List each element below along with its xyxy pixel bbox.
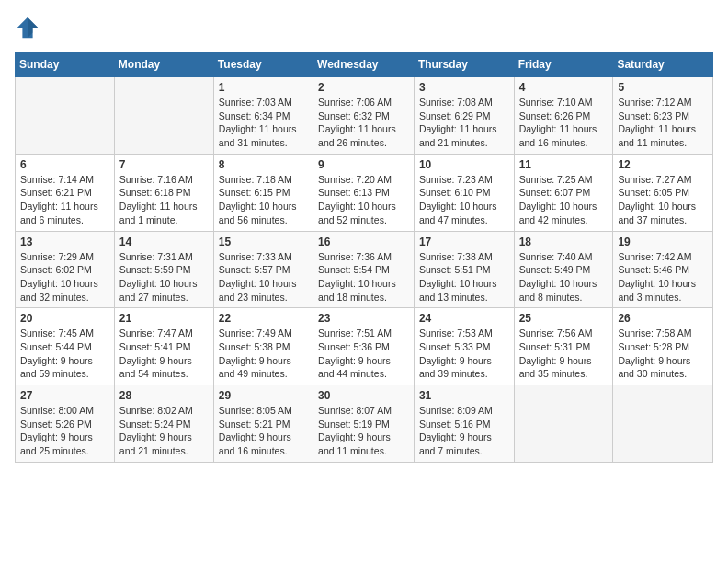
day-detail: Sunrise: 7:16 AMSunset: 6:18 PMDaylight:… (119, 173, 209, 227)
calendar-cell (514, 385, 613, 463)
day-number: 13 (20, 236, 109, 248)
logo (15, 15, 44, 40)
calendar-cell: 30Sunrise: 8:07 AMSunset: 5:19 PMDayligh… (313, 385, 415, 463)
calendar-week-row: 20Sunrise: 7:45 AMSunset: 5:44 PMDayligh… (16, 308, 713, 385)
day-number: 7 (119, 158, 209, 171)
day-detail: Sunrise: 7:06 AMSunset: 6:32 PMDaylight:… (318, 96, 409, 150)
day-number: 28 (119, 389, 209, 402)
calendar-cell: 6Sunrise: 7:14 AMSunset: 6:21 PMDaylight… (16, 154, 115, 231)
calendar-week-row: 13Sunrise: 7:29 AMSunset: 6:02 PMDayligh… (16, 231, 713, 308)
calendar-cell: 14Sunrise: 7:31 AMSunset: 5:59 PMDayligh… (114, 231, 213, 308)
dow-header: Tuesday (213, 52, 313, 77)
day-detail: Sunrise: 7:03 AMSunset: 6:34 PMDaylight:… (219, 96, 308, 150)
day-detail: Sunrise: 7:51 AMSunset: 5:36 PMDaylight:… (318, 327, 409, 381)
day-detail: Sunrise: 7:49 AMSunset: 5:38 PMDaylight:… (219, 327, 308, 381)
day-detail: Sunrise: 7:40 AMSunset: 5:49 PMDaylight:… (519, 250, 609, 304)
day-detail: Sunrise: 7:20 AMSunset: 6:13 PMDaylight:… (318, 173, 409, 227)
day-number: 2 (318, 81, 409, 94)
day-detail: Sunrise: 7:45 AMSunset: 5:44 PMDaylight:… (20, 327, 109, 381)
calendar-cell: 8Sunrise: 7:18 AMSunset: 6:15 PMDaylight… (213, 154, 313, 231)
calendar-cell: 27Sunrise: 8:00 AMSunset: 5:26 PMDayligh… (16, 385, 115, 463)
day-detail: Sunrise: 8:05 AMSunset: 5:21 PMDaylight:… (219, 404, 308, 458)
calendar-cell: 5Sunrise: 7:12 AMSunset: 6:23 PMDaylight… (613, 77, 713, 155)
day-number: 10 (419, 158, 509, 171)
day-number: 17 (419, 236, 509, 248)
day-of-week-row: SundayMondayTuesdayWednesdayThursdayFrid… (16, 52, 713, 77)
day-detail: Sunrise: 8:09 AMSunset: 5:16 PMDaylight:… (419, 404, 509, 458)
day-detail: Sunrise: 7:42 AMSunset: 5:46 PMDaylight:… (618, 250, 708, 304)
day-detail: Sunrise: 7:56 AMSunset: 5:31 PMDaylight:… (519, 327, 609, 381)
calendar-table: SundayMondayTuesdayWednesdayThursdayFrid… (15, 52, 713, 463)
day-detail: Sunrise: 7:53 AMSunset: 5:33 PMDaylight:… (419, 327, 509, 381)
day-number: 3 (419, 81, 509, 94)
calendar-cell: 26Sunrise: 7:58 AMSunset: 5:28 PMDayligh… (613, 308, 713, 385)
day-number: 23 (318, 312, 409, 325)
day-detail: Sunrise: 7:36 AMSunset: 5:54 PMDaylight:… (318, 250, 409, 304)
day-number: 15 (219, 236, 308, 248)
calendar-week-row: 27Sunrise: 8:00 AMSunset: 5:26 PMDayligh… (16, 385, 713, 463)
calendar-cell (613, 385, 713, 463)
calendar-cell: 13Sunrise: 7:29 AMSunset: 6:02 PMDayligh… (16, 231, 115, 308)
calendar-cell: 20Sunrise: 7:45 AMSunset: 5:44 PMDayligh… (16, 308, 115, 385)
day-number: 12 (618, 158, 708, 171)
day-number: 1 (219, 81, 308, 94)
calendar-cell: 23Sunrise: 7:51 AMSunset: 5:36 PMDayligh… (313, 308, 415, 385)
day-detail: Sunrise: 7:29 AMSunset: 6:02 PMDaylight:… (20, 250, 109, 304)
calendar-cell: 25Sunrise: 7:56 AMSunset: 5:31 PMDayligh… (514, 308, 613, 385)
calendar-cell: 12Sunrise: 7:27 AMSunset: 6:05 PMDayligh… (613, 154, 713, 231)
day-number: 31 (419, 389, 509, 402)
day-number: 24 (419, 312, 509, 325)
calendar-cell: 29Sunrise: 8:05 AMSunset: 5:21 PMDayligh… (213, 385, 313, 463)
calendar-cell: 10Sunrise: 7:23 AMSunset: 6:10 PMDayligh… (414, 154, 514, 231)
calendar-week-row: 6Sunrise: 7:14 AMSunset: 6:21 PMDaylight… (16, 154, 713, 231)
calendar-week-row: 1Sunrise: 7:03 AMSunset: 6:34 PMDaylight… (16, 77, 713, 155)
day-detail: Sunrise: 7:47 AMSunset: 5:41 PMDaylight:… (119, 327, 209, 381)
calendar-cell: 19Sunrise: 7:42 AMSunset: 5:46 PMDayligh… (613, 231, 713, 308)
dow-header: Wednesday (313, 52, 415, 77)
day-detail: Sunrise: 7:14 AMSunset: 6:21 PMDaylight:… (20, 173, 109, 227)
day-number: 14 (119, 236, 209, 248)
calendar-cell: 4Sunrise: 7:10 AMSunset: 6:26 PMDaylight… (514, 77, 613, 155)
day-detail: Sunrise: 7:10 AMSunset: 6:26 PMDaylight:… (519, 96, 609, 150)
day-number: 9 (318, 158, 409, 171)
day-number: 27 (20, 389, 109, 402)
day-number: 22 (219, 312, 308, 325)
day-number: 26 (618, 312, 708, 325)
calendar-cell: 16Sunrise: 7:36 AMSunset: 5:54 PMDayligh… (313, 231, 415, 308)
day-detail: Sunrise: 7:33 AMSunset: 5:57 PMDaylight:… (219, 250, 308, 304)
page-header (15, 15, 713, 40)
day-number: 20 (20, 312, 109, 325)
day-number: 25 (519, 312, 609, 325)
day-number: 5 (618, 81, 708, 94)
calendar-cell: 3Sunrise: 7:08 AMSunset: 6:29 PMDaylight… (414, 77, 514, 155)
calendar-cell (16, 77, 115, 155)
calendar-cell: 1Sunrise: 7:03 AMSunset: 6:34 PMDaylight… (213, 77, 313, 155)
calendar-cell: 21Sunrise: 7:47 AMSunset: 5:41 PMDayligh… (114, 308, 213, 385)
calendar-cell: 7Sunrise: 7:16 AMSunset: 6:18 PMDaylight… (114, 154, 213, 231)
calendar-cell: 31Sunrise: 8:09 AMSunset: 5:16 PMDayligh… (414, 385, 514, 463)
day-number: 11 (519, 158, 609, 171)
day-detail: Sunrise: 7:23 AMSunset: 6:10 PMDaylight:… (419, 173, 509, 227)
day-detail: Sunrise: 8:07 AMSunset: 5:19 PMDaylight:… (318, 404, 409, 458)
calendar-cell: 9Sunrise: 7:20 AMSunset: 6:13 PMDaylight… (313, 154, 415, 231)
day-number: 6 (20, 158, 109, 171)
day-number: 30 (318, 389, 409, 402)
day-detail: Sunrise: 8:02 AMSunset: 5:24 PMDaylight:… (119, 404, 209, 458)
calendar-cell: 22Sunrise: 7:49 AMSunset: 5:38 PMDayligh… (213, 308, 313, 385)
day-number: 18 (519, 236, 609, 248)
calendar-cell (114, 77, 213, 155)
calendar-cell: 17Sunrise: 7:38 AMSunset: 5:51 PMDayligh… (414, 231, 514, 308)
day-number: 21 (119, 312, 209, 325)
calendar-cell: 24Sunrise: 7:53 AMSunset: 5:33 PMDayligh… (414, 308, 514, 385)
day-number: 29 (219, 389, 308, 402)
day-detail: Sunrise: 7:27 AMSunset: 6:05 PMDaylight:… (618, 173, 708, 227)
day-detail: Sunrise: 7:38 AMSunset: 5:51 PMDaylight:… (419, 250, 509, 304)
day-number: 4 (519, 81, 609, 94)
day-detail: Sunrise: 8:00 AMSunset: 5:26 PMDaylight:… (20, 404, 109, 458)
day-detail: Sunrise: 7:18 AMSunset: 6:15 PMDaylight:… (219, 173, 308, 227)
calendar-cell: 11Sunrise: 7:25 AMSunset: 6:07 PMDayligh… (514, 154, 613, 231)
day-detail: Sunrise: 7:58 AMSunset: 5:28 PMDaylight:… (618, 327, 708, 381)
calendar-cell: 15Sunrise: 7:33 AMSunset: 5:57 PMDayligh… (213, 231, 313, 308)
dow-header: Thursday (414, 52, 514, 77)
dow-header: Sunday (16, 52, 115, 77)
